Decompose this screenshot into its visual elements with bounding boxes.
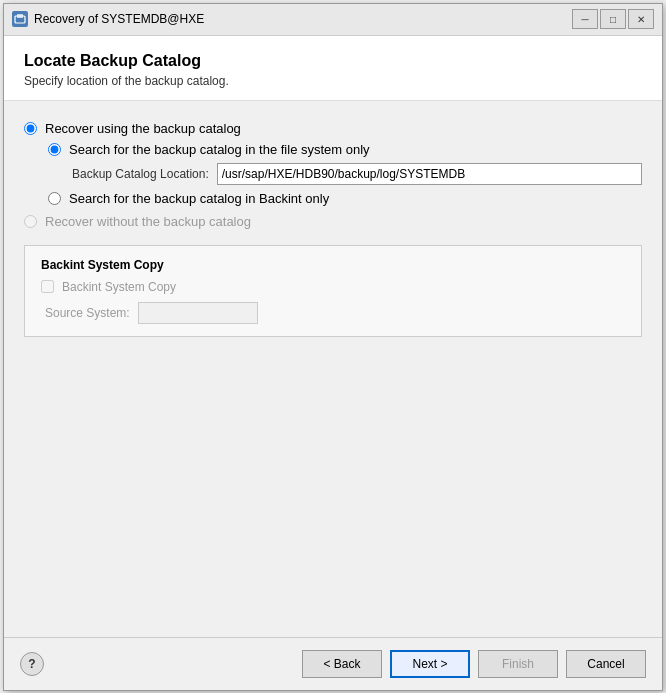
catalog-location-input[interactable] [217, 163, 642, 185]
search-filesystem-radio[interactable] [48, 143, 61, 156]
window-icon [12, 11, 28, 27]
source-system-row: Source System: [45, 302, 625, 324]
close-button[interactable]: ✕ [628, 9, 654, 29]
recover-with-catalog-radio[interactable] [24, 122, 37, 135]
recover-without-catalog-radio[interactable] [24, 215, 37, 228]
page-header: Locate Backup Catalog Specify location o… [4, 36, 662, 101]
window-controls: ─ □ ✕ [572, 9, 654, 29]
maximize-button[interactable]: □ [600, 9, 626, 29]
search-backint-radio[interactable] [48, 192, 61, 205]
search-filesystem-label[interactable]: Search for the backup catalog in the fil… [69, 142, 370, 157]
title-bar: Recovery of SYSTEMDB@HXE ─ □ ✕ [4, 4, 662, 36]
cancel-button[interactable]: Cancel [566, 650, 646, 678]
backint-section: Backint System Copy Backint System Copy … [24, 245, 642, 337]
recover-without-catalog-option[interactable]: Recover without the backup catalog [24, 214, 642, 229]
backint-system-copy-label[interactable]: Backint System Copy [62, 280, 176, 294]
backint-system-copy-checkbox[interactable] [41, 280, 54, 293]
backint-section-title: Backint System Copy [41, 258, 625, 272]
sub-options-group: Search for the backup catalog in the fil… [48, 142, 642, 206]
catalog-location-row: Backup Catalog Location: [72, 163, 642, 185]
catalog-location-label: Backup Catalog Location: [72, 167, 209, 181]
page-title: Locate Backup Catalog [24, 52, 642, 70]
search-backint-option[interactable]: Search for the backup catalog in Backint… [48, 191, 642, 206]
window-title: Recovery of SYSTEMDB@HXE [34, 12, 572, 26]
main-window: Recovery of SYSTEMDB@HXE ─ □ ✕ Locate Ba… [3, 3, 663, 691]
next-button[interactable]: Next > [390, 650, 470, 678]
backint-checkbox-row[interactable]: Backint System Copy [41, 280, 625, 294]
back-button[interactable]: < Back [302, 650, 382, 678]
source-system-input[interactable] [138, 302, 258, 324]
minimize-button[interactable]: ─ [572, 9, 598, 29]
finish-button[interactable]: Finish [478, 650, 558, 678]
search-filesystem-option[interactable]: Search for the backup catalog in the fil… [48, 142, 642, 157]
svg-rect-1 [17, 14, 23, 18]
source-system-label: Source System: [45, 306, 130, 320]
footer-left: ? [20, 652, 302, 676]
search-backint-label[interactable]: Search for the backup catalog in Backint… [69, 191, 329, 206]
recover-with-catalog-label[interactable]: Recover using the backup catalog [45, 121, 241, 136]
help-button[interactable]: ? [20, 652, 44, 676]
footer: ? < Back Next > Finish Cancel [4, 637, 662, 690]
footer-buttons: < Back Next > Finish Cancel [302, 650, 646, 678]
recover-with-catalog-option[interactable]: Recover using the backup catalog [24, 121, 642, 136]
page-subtitle: Specify location of the backup catalog. [24, 74, 642, 88]
content-area: Recover using the backup catalog Search … [4, 101, 662, 637]
recover-without-catalog-label[interactable]: Recover without the backup catalog [45, 214, 251, 229]
